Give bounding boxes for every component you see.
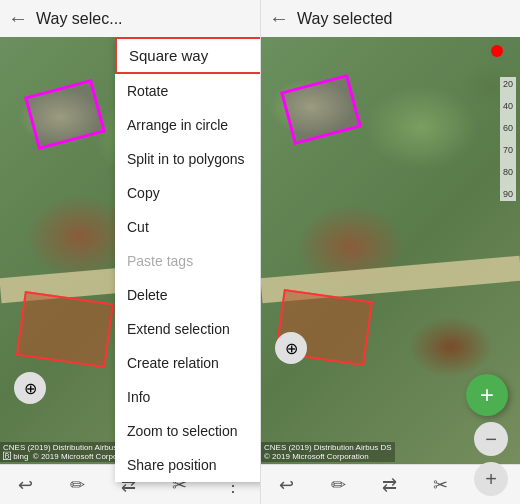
copyright-right: CNES (2019) Distribution Airbus DS© 2019… (261, 442, 395, 462)
left-panel: ⊕ CNES (2019) Distribution Airbus DS🄱 bi… (0, 37, 260, 504)
menu-item-paste-tags: Paste tags (115, 244, 260, 278)
left-title: Way selec... (36, 10, 123, 28)
menu-item-info[interactable]: Info (115, 380, 260, 414)
map-marker-right (491, 45, 503, 57)
menu-item-rotate[interactable]: Rotate (115, 74, 260, 108)
back-button-right[interactable]: ← (269, 7, 289, 30)
building-selected-right (280, 74, 362, 145)
menu-item-share-position[interactable]: Share position (115, 448, 260, 482)
context-menu: Square way Rotate Arrange in circle Spli… (115, 37, 260, 482)
scale-label-60: 60 (500, 123, 516, 133)
scale-bar-right: 20 40 60 70 80 90 (500, 77, 516, 201)
menu-item-zoom-to-selection[interactable]: Zoom to selection (115, 414, 260, 448)
undo-button-right[interactable]: ↩ (275, 470, 298, 500)
main-area: ⊕ CNES (2019) Distribution Airbus DS🄱 bi… (0, 37, 520, 504)
menu-item-cut[interactable]: Cut (115, 210, 260, 244)
menu-item-create-relation[interactable]: Create relation (115, 346, 260, 380)
menu-header[interactable]: Square way (115, 37, 260, 74)
right-panel: 20 40 60 70 80 90 ⊕ + − + CNES (2019) Di… (260, 37, 520, 504)
add-node-fab[interactable]: + (466, 374, 508, 416)
menu-item-copy[interactable]: Copy (115, 176, 260, 210)
scale-label-80: 80 (500, 167, 516, 177)
gps-icon-left[interactable]: ⊕ (14, 372, 46, 404)
scissors-button-right[interactable]: ✂ (429, 470, 452, 500)
zoom-in-fab[interactable]: + (474, 462, 508, 496)
menu-item-delete[interactable]: Delete (115, 278, 260, 312)
scale-label-90: 90 (500, 189, 516, 199)
gps-icon-right[interactable]: ⊕ (275, 332, 307, 364)
scale-label-20: 20 (500, 79, 516, 89)
scale-label-40: 40 (500, 101, 516, 111)
building-selected-left (24, 79, 106, 150)
transfer-button-right[interactable]: ⇄ (378, 470, 401, 500)
top-bar-left: ← Way selec... (0, 0, 260, 37)
menu-item-arrange-circle[interactable]: Arrange in circle (115, 108, 260, 142)
top-bar: ← Way selec... ← Way selected (0, 0, 520, 37)
back-button-left[interactable]: ← (8, 7, 28, 30)
top-bar-right: ← Way selected (260, 0, 520, 37)
undo-button-left[interactable]: ↩ (14, 470, 37, 500)
menu-item-split-polygons[interactable]: Split in to polygons (115, 142, 260, 176)
scale-label-70: 70 (500, 145, 516, 155)
menu-item-extend-selection[interactable]: Extend selection (115, 312, 260, 346)
building-red-left (16, 291, 114, 368)
edit-button-right[interactable]: ✏ (327, 470, 350, 500)
zoom-out-fab[interactable]: − (474, 422, 508, 456)
edit-button-left[interactable]: ✏ (66, 470, 89, 500)
right-title: Way selected (297, 10, 392, 28)
